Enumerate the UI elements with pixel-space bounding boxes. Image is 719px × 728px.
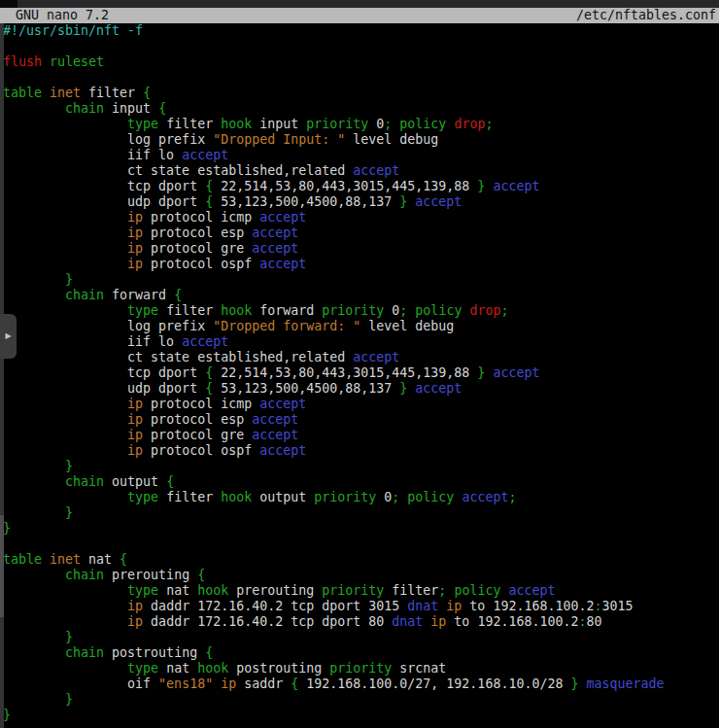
code-segment: 0: [376, 490, 392, 504]
code-segment: 192.168.100.0/27, 192.168.10.0/28: [298, 676, 570, 691]
code-line[interactable]: chain output {: [3, 474, 719, 490]
code-segment: filter: [158, 117, 221, 131]
code-segment: protocol esp: [143, 225, 252, 240]
code-line[interactable]: }: [3, 692, 719, 708]
code-segment: accept: [259, 210, 306, 225]
code-segment: priority: [329, 661, 392, 676]
code-line[interactable]: [3, 537, 719, 552]
code-segment: priority: [306, 117, 368, 131]
code-line[interactable]: [3, 39, 719, 54]
code-segment: priority: [314, 490, 376, 504]
code-line[interactable]: chain prerouting {: [3, 568, 719, 583]
code-line[interactable]: type filter hook input priority 0; polic…: [3, 117, 719, 132]
terminal-tab: [0, 0, 17, 8]
code-segment: priority: [322, 583, 384, 598]
code-segment: dnat: [407, 599, 438, 613]
code-line[interactable]: udp dport { 53,123,500,4500,88,137 } acc…: [3, 194, 719, 210]
nano-titlebar: GNU nano 7.2 /etc/nftables.conf: [0, 8, 719, 23]
code-line[interactable]: tcp dport { 22,514,53,80,443,3015,445,13…: [3, 365, 719, 381]
code-line[interactable]: type nat hook prerouting priority filter…: [3, 583, 719, 599]
code-line[interactable]: ip protocol icmp accept: [3, 397, 719, 412]
code-segment: table: [3, 86, 42, 100]
chevron-right-icon: ▶: [5, 332, 11, 340]
code-line[interactable]: }: [3, 708, 719, 723]
code-segment: input: [252, 117, 306, 131]
code-line[interactable]: ip protocol esp accept: [3, 412, 719, 428]
code-line[interactable]: chain input {: [3, 101, 719, 117]
code-line[interactable]: ip protocol icmp accept: [3, 210, 719, 225]
code-segment: {: [166, 474, 174, 489]
code-segment: nat: [158, 583, 197, 598]
code-segment: [3, 397, 127, 411]
code-line[interactable]: ct state established,related accept: [3, 350, 719, 365]
code-segment: iif lo: [3, 334, 182, 349]
code-line[interactable]: flush ruleset: [3, 54, 719, 70]
scrollbar-thumb[interactable]: [0, 515, 4, 617]
code-line[interactable]: type nat hook postrouting priority srcna…: [3, 661, 719, 676]
code-line[interactable]: }: [3, 505, 719, 521]
code-segment: protocol icmp: [143, 210, 259, 225]
code-line[interactable]: ip daddr 172.16.40.2 tcp dport 3015 dnat…: [3, 599, 719, 614]
code-line[interactable]: type filter hook forward priority 0; pol…: [3, 303, 719, 319]
code-line[interactable]: log prefix "Dropped forward: " level deb…: [3, 319, 719, 334]
code-segment: {: [120, 552, 127, 567]
code-line[interactable]: ip protocol gre accept: [3, 428, 719, 443]
code-line[interactable]: udp dport { 53,123,500,4500,88,137 } acc…: [3, 381, 719, 397]
code-segment: ip: [127, 412, 143, 427]
code-segment: hook: [197, 583, 228, 598]
code-segment: "Dropped Input: ": [213, 132, 345, 147]
code-segment: [3, 443, 127, 458]
code-line[interactable]: ip protocol ospf accept: [3, 443, 719, 459]
left-scrollbar-track[interactable]: [0, 23, 4, 728]
code-segment: "Dropped forward: ": [213, 319, 360, 333]
code-line[interactable]: iif lo accept: [3, 334, 719, 350]
code-line[interactable]: oif "ens18" ip saddr { 192.168.100.0/27,…: [3, 676, 719, 692]
code-segment: priority: [322, 303, 384, 318]
side-panel-toggle[interactable]: ▶: [0, 314, 17, 359]
code-segment: accept: [259, 443, 306, 458]
code-segment: hook: [221, 303, 252, 318]
code-segment: "ens18": [158, 676, 213, 691]
editor-content[interactable]: #!/usr/sbin/nft -fflush rulesettable ine…: [0, 23, 719, 728]
code-segment: ip: [127, 614, 143, 629]
code-line[interactable]: ip protocol esp accept: [3, 225, 719, 241]
code-segment: ip: [127, 241, 143, 256]
code-line[interactable]: tcp dport { 22,514,53,80,443,3015,445,13…: [3, 179, 719, 194]
code-line[interactable]: ct state established,related accept: [3, 163, 719, 179]
code-segment: accept: [462, 490, 508, 504]
code-segment: [3, 583, 127, 598]
code-segment: accept: [252, 225, 298, 240]
code-segment: [3, 599, 127, 613]
code-segment: [3, 412, 127, 427]
code-segment: output: [104, 474, 166, 489]
code-line[interactable]: }: [3, 630, 719, 645]
code-line[interactable]: table inet filter {: [3, 86, 719, 101]
code-line[interactable]: [3, 70, 719, 86]
code-line[interactable]: #!/usr/sbin/nft -f: [3, 23, 719, 39]
code-segment: nat: [81, 552, 120, 567]
code-segment: policy: [399, 117, 446, 131]
code-segment: chain: [65, 568, 104, 582]
code-segment: forward: [104, 288, 174, 302]
code-line[interactable]: table inet nat {: [3, 552, 719, 568]
code-line[interactable]: log prefix "Dropped Input: " level debug: [3, 132, 719, 148]
code-segment: inet: [50, 552, 81, 567]
code-line[interactable]: ip daddr 172.16.40.2 tcp dport 80 dnat i…: [3, 614, 719, 630]
code-line[interactable]: }: [3, 521, 719, 537]
code-segment: accept: [259, 397, 306, 411]
code-segment: 53,123,500,4500,88,137: [213, 381, 399, 396]
code-line[interactable]: ip protocol ospf accept: [3, 257, 719, 272]
code-segment: 22,514,53,80,443,3015,445,139,88: [213, 365, 477, 380]
code-segment: drop: [454, 117, 485, 131]
code-line[interactable]: }: [3, 459, 719, 474]
code-segment: table: [3, 552, 42, 567]
code-segment: }: [65, 630, 73, 644]
code-line[interactable]: }: [3, 272, 719, 288]
code-line[interactable]: chain forward {: [3, 288, 719, 303]
code-line[interactable]: ip protocol gre accept: [3, 241, 719, 257]
code-line[interactable]: chain postrouting {: [3, 645, 719, 661]
code-line[interactable]: iif lo accept: [3, 148, 719, 163]
code-segment: policy: [454, 583, 500, 598]
code-segment: log prefix: [3, 319, 213, 333]
code-line[interactable]: type filter hook output priority 0; poli…: [3, 490, 719, 505]
